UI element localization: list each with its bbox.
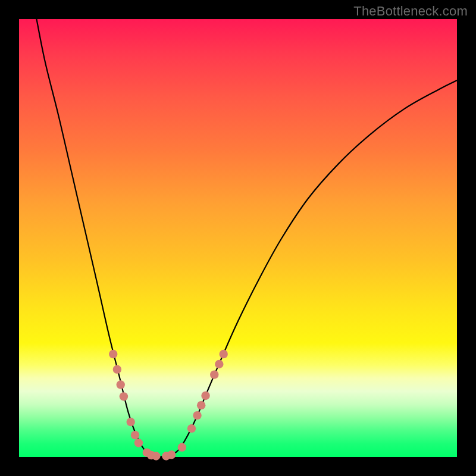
curve-svg xyxy=(19,19,457,457)
curve-marker xyxy=(109,350,117,358)
curve-marker xyxy=(201,392,209,400)
curve-marker xyxy=(152,452,160,460)
curve-marker xyxy=(117,380,125,389)
curve-marker xyxy=(215,360,223,368)
curve-marker xyxy=(113,365,121,374)
curve-marker xyxy=(131,431,139,439)
curve-marker xyxy=(167,450,176,459)
watermark-text: TheBottleneck.com xyxy=(353,4,468,19)
bottleneck-curve xyxy=(36,19,457,457)
curve-marker xyxy=(178,443,186,452)
curve-marker xyxy=(126,418,134,426)
curve-marker xyxy=(120,392,128,400)
plot-area xyxy=(19,19,457,457)
curve-marker xyxy=(220,350,228,358)
chart-frame: TheBottleneck.com xyxy=(0,0,476,476)
curve-marker xyxy=(210,370,218,378)
curve-marker xyxy=(134,439,143,447)
curve-marker xyxy=(193,411,201,419)
curve-marker xyxy=(187,424,196,433)
curve-marker xyxy=(197,401,205,409)
